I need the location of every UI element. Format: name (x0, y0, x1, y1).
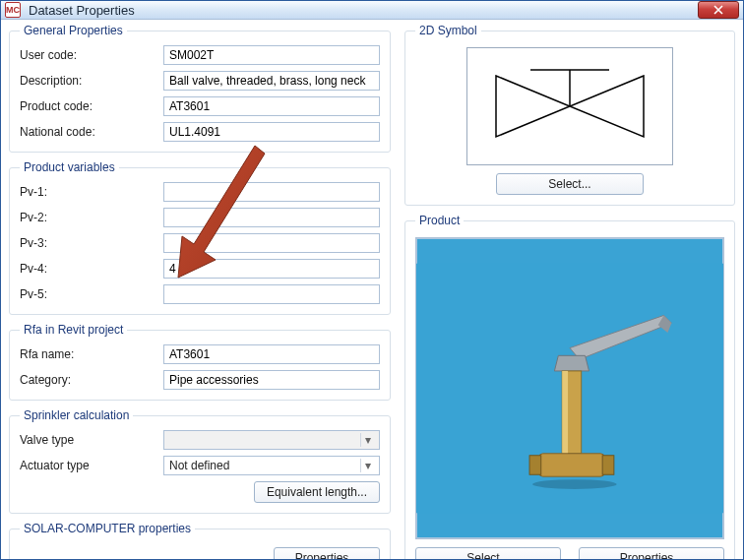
sprinkler-legend: Sprinkler calculation (20, 408, 133, 422)
pv2-label: Pv-2: (20, 211, 163, 224)
valve-3d-icon (416, 238, 723, 538)
pv4-input[interactable] (163, 259, 380, 279)
solar-group: SOLAR-COMPUTER properties Properties... (9, 522, 391, 560)
svg-marker-7 (554, 355, 589, 371)
solar-legend: SOLAR-COMPUTER properties (20, 522, 195, 535)
rfa-name-input[interactable] (163, 344, 380, 364)
product-variables-group: Product variables Pv-1: Pv-2: Pv-3: Pv-4… (9, 160, 391, 315)
user-code-label: User code: (20, 48, 163, 62)
symbol-select-button[interactable]: Select... (496, 173, 644, 195)
window-title: Dataset Properties (27, 3, 698, 18)
svg-marker-2 (496, 76, 570, 137)
chevron-down-icon: ▾ (360, 459, 374, 472)
product-variables-legend: Product variables (20, 160, 119, 174)
product-legend: Product (415, 214, 464, 227)
svg-rect-9 (562, 371, 568, 454)
actuator-type-label: Actuator type (20, 459, 163, 472)
pv1-input[interactable] (163, 182, 380, 202)
svg-rect-10 (539, 454, 604, 476)
svg-rect-11 (529, 456, 541, 475)
sprinkler-group: Sprinkler calculation Valve type ▾ Actua… (9, 408, 391, 514)
description-label: Description: (20, 74, 163, 88)
rfa-category-input[interactable] (163, 370, 380, 390)
symbol-preview (466, 47, 673, 165)
rfa-name-label: Rfa name: (20, 347, 163, 361)
rfa-legend: Rfa in Revit project (20, 323, 127, 337)
valve-symbol-icon (476, 52, 663, 160)
valve-type-select: ▾ (163, 430, 380, 450)
product-code-input[interactable] (163, 96, 380, 116)
equivalent-length-button[interactable]: Equivalent length... (254, 481, 380, 503)
pv3-input[interactable] (163, 233, 380, 253)
rfa-group: Rfa in Revit project Rfa name: Category: (9, 323, 391, 401)
actuator-type-select[interactable]: Not defined ▾ (163, 456, 380, 475)
description-input[interactable] (163, 71, 380, 91)
app-icon: MC (5, 2, 21, 18)
general-properties-legend: General Properties (20, 24, 127, 37)
pv2-input[interactable] (163, 208, 380, 227)
pv5-input[interactable] (163, 284, 380, 304)
national-code-input[interactable] (163, 122, 380, 142)
pv5-label: Pv-5: (20, 287, 163, 301)
pv3-label: Pv-3: (20, 236, 163, 250)
national-code-label: National code: (20, 125, 163, 139)
svg-point-13 (532, 479, 617, 489)
chevron-down-icon: ▾ (360, 433, 374, 447)
svg-rect-12 (602, 456, 614, 475)
close-button[interactable] (698, 1, 739, 19)
svg-marker-3 (570, 76, 644, 137)
actuator-type-value: Not defined (169, 459, 229, 472)
product-code-label: Product code: (20, 99, 163, 113)
product-group: Product (404, 214, 735, 560)
symbol-group: 2D Symbol Select... (404, 24, 735, 206)
general-properties-group: General Properties User code: Descriptio… (9, 24, 391, 153)
user-code-input[interactable] (163, 45, 380, 65)
rfa-category-label: Category: (20, 373, 163, 387)
valve-type-label: Valve type (20, 433, 163, 447)
pv4-label: Pv-4: (20, 262, 163, 276)
pv1-label: Pv-1: (20, 185, 163, 199)
solar-properties-button[interactable]: Properties... (274, 547, 380, 560)
symbol-legend: 2D Symbol (415, 24, 481, 37)
product-select-button[interactable]: Select... (415, 547, 561, 560)
product-properties-button[interactable]: Properties... (579, 547, 724, 560)
product-preview (415, 237, 724, 539)
close-icon (713, 5, 723, 15)
title-bar: MC Dataset Properties (1, 1, 743, 20)
